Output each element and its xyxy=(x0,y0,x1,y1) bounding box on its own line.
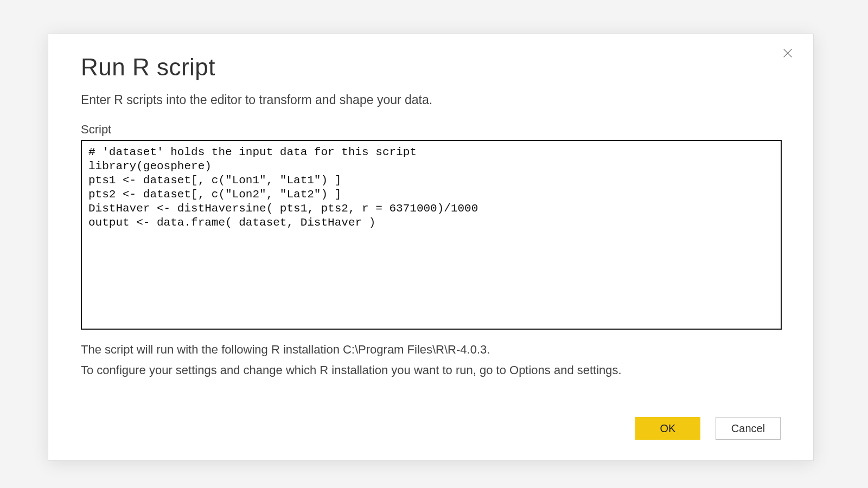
ok-button[interactable]: OK xyxy=(635,417,700,440)
install-info-line1: The script will run with the following R… xyxy=(81,339,781,360)
dialog-title: Run R script xyxy=(81,54,781,81)
close-button[interactable] xyxy=(777,44,798,65)
dialog-button-row: OK Cancel xyxy=(635,417,781,440)
install-info: The script will run with the following R… xyxy=(81,339,781,381)
run-r-script-dialog: Run R script Enter R scripts into the ed… xyxy=(48,34,814,461)
script-editor[interactable] xyxy=(81,140,782,330)
close-icon xyxy=(782,47,794,61)
cancel-button[interactable]: Cancel xyxy=(716,417,781,440)
app-backdrop: Run R script Enter R scripts into the ed… xyxy=(0,0,868,488)
script-label: Script xyxy=(81,123,781,137)
dialog-subtitle: Enter R scripts into the editor to trans… xyxy=(81,93,781,107)
install-info-line2: To configure your settings and change wh… xyxy=(81,360,781,381)
